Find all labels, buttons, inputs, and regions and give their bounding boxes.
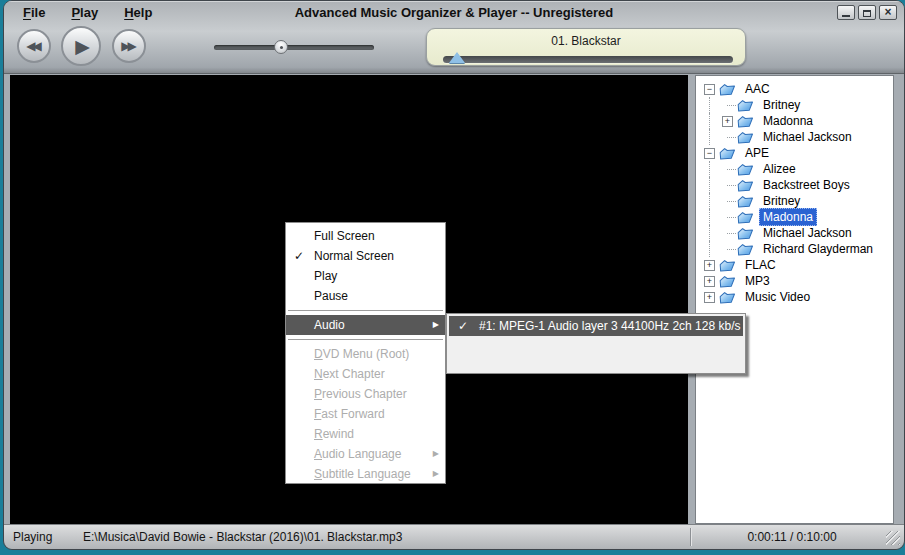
collapse-toggle-icon[interactable]: − [704,148,715,159]
menu-item-label: Previous Chapter [314,387,407,401]
tree-item-britney[interactable]: Britney [701,97,893,113]
tree-item-ape[interactable]: −APE [701,145,893,161]
panel-splitter[interactable] [688,75,695,524]
tree-item-richard-glayderman[interactable]: Richard Glayderman [701,241,893,257]
resize-grip-icon[interactable] [886,531,900,545]
tree-item-label: Music Video [741,288,814,306]
folder-icon [737,210,755,224]
tree-guide [701,113,719,129]
folder-icon [737,194,755,208]
expand-toggle-icon[interactable]: + [722,116,733,127]
tree-item-alizee[interactable]: Alizee [701,161,893,177]
tree-item-mp3[interactable]: +MP3 [701,273,893,289]
submenu-arrow-icon: ▶ [433,444,439,464]
tree-item-madonna[interactable]: +Madonna [701,113,893,129]
folder-icon [737,178,755,192]
tree-guide [701,209,719,225]
knob-dot-icon [280,46,283,49]
expand-toggle-icon[interactable]: + [704,260,715,271]
maximize-button[interactable] [858,5,876,20]
tree-item-label: Michael Jackson [759,128,856,146]
folder-icon [719,82,737,96]
menu-item-fast-forward: Fast Forward [286,404,445,424]
tree-guide [719,161,737,177]
folder-icon [719,258,737,272]
menu-file[interactable]: File [23,5,45,20]
tree-item-michael-jackson[interactable]: Michael Jackson [701,129,893,145]
expand-toggle-icon[interactable]: + [704,292,715,303]
tree-guide [701,177,719,193]
menu-item-next-chapter: Next Chapter [286,364,445,384]
folder-icon [737,226,755,240]
menu-play[interactable]: Play [71,5,98,20]
next-track-button[interactable]: ▶▶ [112,29,146,63]
tree-guide [701,225,719,241]
playback-state: Playing [13,530,52,544]
volume-slider[interactable] [214,45,374,50]
tree-guide [719,193,737,209]
menu-item-label: DVD Menu (Root) [314,347,409,361]
tree-guide [719,97,737,113]
folder-icon [737,130,755,144]
tree-guide [719,177,737,193]
seek-thumb[interactable] [449,52,465,63]
submenu-arrow-icon: ▶ [433,464,439,484]
menu-item-subtitle-language: Subtitle Language▶ [286,464,445,484]
check-icon: ✓ [294,246,304,266]
tree-guide [719,209,737,225]
play-icon: ▶ [75,35,90,58]
minimize-icon [842,15,850,17]
maximize-icon [863,10,871,17]
menu-item-normal-screen[interactable]: ✓Normal Screen [286,246,445,266]
previous-track-button[interactable]: ◀◀ [17,29,51,63]
folder-icon [737,162,755,176]
track-title: 01. Blackstar [427,34,745,48]
menu-item-previous-chapter: Previous Chapter [286,384,445,404]
tree-guide: − [701,81,719,97]
folder-icon [719,146,737,160]
submenu-item-1-mpeg-1-audio-layer-3-44100hz-2ch-128-kb-s[interactable]: ✓#1: MPEG-1 Audio layer 3 44100Hz 2ch 12… [449,316,743,336]
current-file-path: E:\Musica\David Bowie - Blackstar (2016)… [83,530,402,544]
close-button[interactable]: × [879,5,897,20]
menu-item-label: #1: MPEG-1 Audio layer 3 44100Hz 2ch 128… [479,319,741,333]
tree-item-madonna[interactable]: Madonna [701,209,893,225]
tree-item-aac[interactable]: −AAC [701,81,893,97]
menu-item-label: Audio [314,318,345,332]
menu-item-audio[interactable]: Audio▶ [286,315,445,335]
tree-guide: + [719,113,737,129]
volume-slider-thumb[interactable] [274,40,288,54]
menu-item-play[interactable]: Play [286,266,445,286]
expand-toggle-icon[interactable]: + [704,276,715,287]
audio-track-submenu: ✓#1: MPEG-1 Audio layer 3 44100Hz 2ch 12… [446,313,746,374]
fast-forward-icon: ▶▶ [121,39,133,53]
menu-item-full-screen[interactable]: Full Screen [286,226,445,246]
menu-separator [288,310,443,311]
status-divider [690,528,691,546]
menu-item-label: Subtitle Language [314,467,411,481]
submenu-arrow-icon: ▶ [433,315,439,335]
tree-item-flac[interactable]: +FLAC [701,257,893,273]
folder-icon [719,290,737,304]
tree-item-michael-jackson[interactable]: Michael Jackson [701,225,893,241]
now-playing-panel: 01. Blackstar [426,28,746,66]
minimize-button[interactable] [837,5,855,20]
menu-item-audio-language: Audio Language▶ [286,444,445,464]
status-bar: Playing E:\Musica\David Bowie - Blacksta… [4,524,904,549]
play-button[interactable]: ▶ [61,26,101,66]
tree-guide [719,225,737,241]
menu-item-pause[interactable]: Pause [286,286,445,306]
tree-guide [701,97,719,113]
tree-guide [719,129,737,145]
tree-guide: + [701,289,719,305]
collapse-toggle-icon[interactable]: − [704,84,715,95]
tree-guide: + [701,257,719,273]
tree-item-music-video[interactable]: +Music Video [701,289,893,305]
time-display: 0:00:11 / 0:10:00 [694,530,890,544]
seek-bar[interactable] [443,56,733,63]
tree-item-britney[interactable]: Britney [701,193,893,209]
close-icon: × [884,6,891,19]
tree-item-backstreet-boys[interactable]: Backstreet Boys [701,177,893,193]
tree-guide: − [701,145,719,161]
menu-item-label: Next Chapter [314,367,385,381]
window-title: Advanced Music Organizer & Player -- Unr… [134,5,774,20]
